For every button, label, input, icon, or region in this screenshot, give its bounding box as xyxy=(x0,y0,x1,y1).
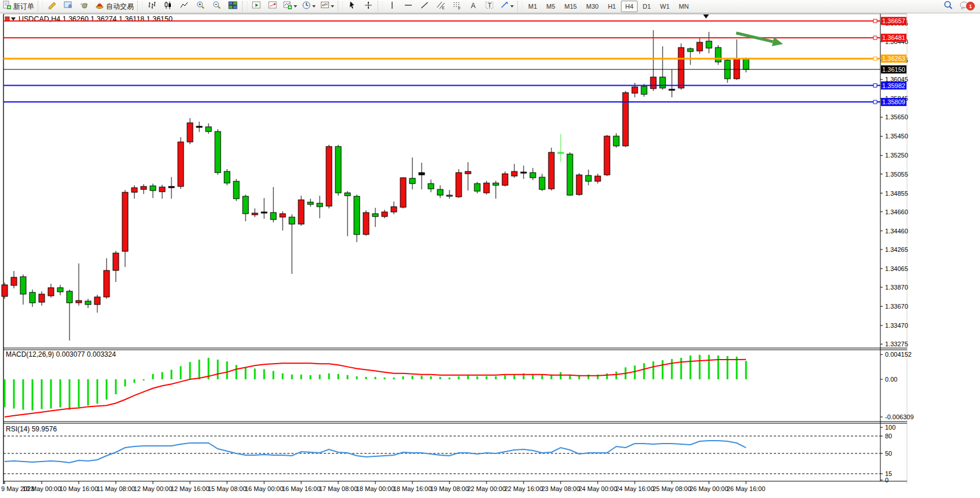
zoom-out-icon xyxy=(212,1,221,12)
chart-shift-button[interactable] xyxy=(249,1,264,12)
candle-body xyxy=(595,176,601,181)
timeframe-mn-button[interactable]: MN xyxy=(675,1,693,12)
candle-body xyxy=(94,297,100,305)
templates-button[interactable] xyxy=(319,1,336,12)
timeframe-m30-button[interactable]: M30 xyxy=(582,1,602,12)
timeframe-m15-button[interactable]: M15 xyxy=(561,1,581,12)
fibonacci-button[interactable]: F xyxy=(449,1,465,12)
candle-body xyxy=(354,196,360,235)
zoom-out-button[interactable] xyxy=(209,1,224,12)
candle-body xyxy=(650,77,656,89)
line-handle[interactable] xyxy=(873,100,877,104)
arrows-button[interactable] xyxy=(498,1,515,12)
candle-body xyxy=(113,253,119,270)
chevron-down-icon[interactable] xyxy=(294,5,297,8)
candle-body xyxy=(206,127,211,131)
candle-body xyxy=(2,285,8,296)
candle-body xyxy=(669,89,675,90)
search-button[interactable] xyxy=(941,1,956,12)
horizontal-line-icon xyxy=(404,1,413,12)
notification-badge: 1 xyxy=(966,2,975,10)
line-chart-mode-button[interactable] xyxy=(177,1,192,12)
chart-shift-icon xyxy=(252,1,261,12)
price-tick-label: 1.35055 xyxy=(885,171,908,178)
auto-scroll-button[interactable] xyxy=(265,1,280,12)
line-handle[interactable] xyxy=(873,57,877,60)
toolbar-separator xyxy=(378,1,383,12)
price-label: 1.36481 xyxy=(882,34,905,41)
candle-body xyxy=(576,175,582,195)
cursor-button[interactable] xyxy=(345,1,360,12)
channel-button[interactable]: E xyxy=(433,1,448,12)
clock-icon xyxy=(302,1,311,12)
time-tick-label: 17 May 08:00 xyxy=(319,485,358,492)
autotrade-icon xyxy=(95,1,104,12)
text-button[interactable]: A xyxy=(466,1,481,12)
text-label-button[interactable]: T xyxy=(482,1,497,12)
candle-body xyxy=(604,136,610,175)
candle-chart-mode-button[interactable] xyxy=(160,1,175,12)
signals-button[interactable] xyxy=(77,1,92,12)
search-icon xyxy=(943,0,953,13)
autoscroll-icon xyxy=(268,1,277,12)
timeframe-label: M1 xyxy=(526,3,539,10)
candle-body xyxy=(382,212,387,217)
toolbar: 新订单自动交易EFATM1M5M15M30H1H4D1W1MN1 xyxy=(0,0,980,13)
bar-chart-icon xyxy=(147,1,156,12)
chevron-down-icon[interactable] xyxy=(510,5,514,8)
tile-windows-button[interactable] xyxy=(225,1,240,12)
candle-body xyxy=(530,173,536,178)
styles-button[interactable] xyxy=(45,1,60,12)
candle-body xyxy=(104,270,109,297)
candle-body xyxy=(345,193,350,196)
timeframe-label: H1 xyxy=(605,3,618,10)
timeframe-label: D1 xyxy=(641,3,653,10)
text-icon: A xyxy=(469,1,478,12)
candle-body xyxy=(465,171,471,174)
bar-chart-mode-button[interactable] xyxy=(144,1,159,12)
time-tick-label: 24 May 00:00 xyxy=(579,485,617,492)
chart-canvas[interactable]: USDCAD,H4 1.36260 1.36274 1.36118 1.3615… xyxy=(0,0,980,498)
candle-body xyxy=(474,184,480,191)
crosshair-button[interactable] xyxy=(361,1,376,12)
svg-text:T: T xyxy=(488,2,492,9)
candle-body xyxy=(159,187,165,192)
trendline-icon xyxy=(420,1,429,12)
price-tick-label: 1.35650 xyxy=(885,113,908,120)
candle-body xyxy=(548,152,554,189)
timeframe-h4-button[interactable]: H4 xyxy=(621,1,637,12)
line-handle[interactable] xyxy=(873,19,877,23)
metaeditor-button[interactable] xyxy=(61,1,76,12)
candle-body xyxy=(400,178,406,207)
notifications-button[interactable]: 1 xyxy=(957,1,972,12)
zoom-in-button[interactable] xyxy=(193,1,208,12)
timeframe-w1-button[interactable]: W1 xyxy=(656,1,674,12)
add-indicator-button[interactable] xyxy=(281,1,299,12)
macd-scale-label: 0.00 xyxy=(885,376,897,383)
candle-body xyxy=(48,288,54,296)
chevron-down-icon[interactable] xyxy=(331,5,334,8)
line-handle[interactable] xyxy=(873,36,877,39)
candle-body xyxy=(215,131,221,173)
line-handle[interactable] xyxy=(873,84,877,87)
timeframe-m5-button[interactable]: M5 xyxy=(542,1,559,12)
candle-body xyxy=(85,301,91,305)
candle-body xyxy=(521,172,526,173)
timeframe-m1-button[interactable]: M1 xyxy=(524,1,541,12)
horizontal-line-button[interactable] xyxy=(401,1,416,12)
periods-button[interactable] xyxy=(300,1,317,12)
timeframe-d1-button[interactable]: D1 xyxy=(639,1,655,12)
candle-body xyxy=(122,192,128,251)
trendline-button[interactable] xyxy=(417,1,432,12)
candle-body xyxy=(30,292,35,303)
auto-trading-button[interactable]: 自动交易 xyxy=(93,1,136,12)
candle-body xyxy=(697,42,703,51)
cursor-icon xyxy=(348,1,357,12)
chevron-down-icon[interactable] xyxy=(312,5,316,8)
text-label-icon: T xyxy=(485,1,494,12)
new-order-button[interactable]: 新订单 xyxy=(1,1,36,12)
candle-body xyxy=(372,214,378,217)
timeframe-h1-button[interactable]: H1 xyxy=(604,1,620,12)
vertical-line-button[interactable] xyxy=(385,1,400,12)
timeframe-label: M15 xyxy=(562,3,579,10)
